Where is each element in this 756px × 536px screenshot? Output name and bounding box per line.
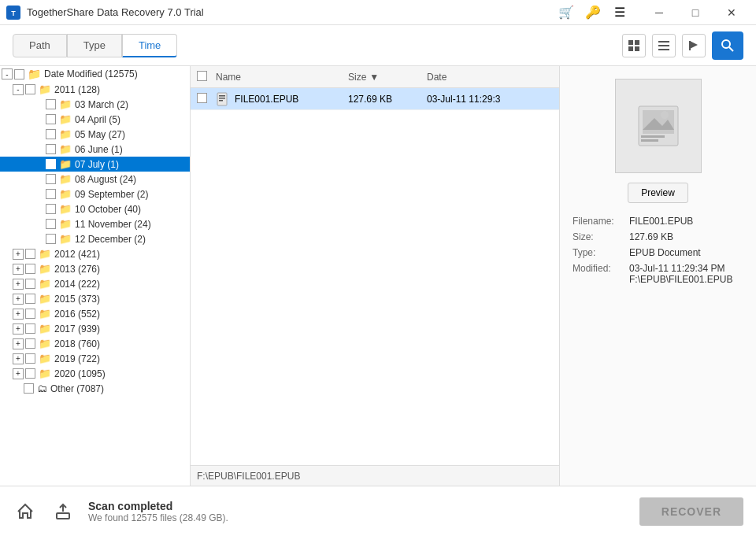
- file-date: 03-Jul-11 11:29:3: [427, 94, 553, 105]
- search-button[interactable]: [712, 31, 743, 60]
- year-checkbox[interactable]: [25, 264, 35, 274]
- year-expand[interactable]: +: [13, 338, 24, 349]
- tree-month-march[interactable]: 📁 03 March (2): [0, 97, 190, 112]
- other-label: Other (7087): [50, 383, 104, 394]
- scan-complete-text: Scan completed: [88, 500, 639, 512]
- year-expand[interactable]: +: [13, 368, 24, 379]
- preview-button[interactable]: Preview: [628, 183, 688, 203]
- month-august-checkbox[interactable]: [46, 174, 56, 184]
- cart-icon[interactable]: 🛒: [558, 4, 575, 21]
- month-september-checkbox[interactable]: [46, 189, 56, 199]
- year-label: 2015 (373): [54, 294, 100, 305]
- year-checkbox[interactable]: [25, 338, 35, 349]
- other-checkbox[interactable]: [24, 383, 34, 394]
- year-2011-expand[interactable]: -: [13, 84, 24, 95]
- tree-year-2016[interactable]: + 📁 2016 (552): [0, 306, 190, 321]
- flag-view-button[interactable]: [682, 34, 706, 57]
- root-folder-icon: 📁: [28, 68, 41, 80]
- tree-year-2014[interactable]: + 📁 2014 (222): [0, 276, 190, 291]
- tab-bar: Path Type Time: [13, 34, 622, 57]
- root-checkbox[interactable]: [14, 69, 24, 79]
- minimize-button[interactable]: ─: [641, 0, 677, 25]
- year-expand[interactable]: +: [13, 353, 24, 364]
- year-expand[interactable]: +: [13, 309, 24, 320]
- file-list-area: Name Size ▼ Date: [191, 66, 559, 486]
- file-name: FILE001.EPUB: [235, 94, 298, 105]
- root-expand[interactable]: -: [2, 68, 13, 79]
- tree-month-december[interactable]: 📁 12 December (2): [0, 231, 190, 246]
- maximize-button[interactable]: □: [677, 0, 713, 25]
- tree-year-2012[interactable]: + 📁 2012 (421): [0, 246, 190, 261]
- modified-value: 03-Jul-11 11:29:34 PM: [629, 263, 732, 274]
- year-folder-icon: 📁: [39, 293, 51, 305]
- year-expand[interactable]: +: [13, 279, 24, 290]
- tree-year-2017[interactable]: + 📁 2017 (939): [0, 321, 190, 336]
- grid-view-button[interactable]: [622, 34, 646, 57]
- tree-month-june[interactable]: 📁 06 June (1): [0, 142, 190, 157]
- year-folder-icon: 📁: [39, 323, 51, 335]
- col-header-date[interactable]: Date: [427, 72, 553, 83]
- meta-size-row: Size: 127.69 KB: [573, 231, 743, 242]
- recover-button[interactable]: RECOVER: [639, 497, 743, 526]
- main-content: Path Type Time: [0, 25, 756, 486]
- year-checkbox[interactable]: [25, 309, 35, 319]
- tab-path[interactable]: Path: [13, 34, 67, 57]
- tree-year-2020[interactable]: + 📁 2020 (1095): [0, 366, 190, 381]
- tree-year-2015[interactable]: + 📁 2015 (373): [0, 291, 190, 306]
- file-row[interactable]: FILE001.EPUB 127.69 KB 03-Jul-11 11:29:3: [191, 88, 559, 110]
- tree-year-2018[interactable]: + 📁 2018 (760): [0, 336, 190, 351]
- year-label: 2020 (1095): [54, 368, 106, 379]
- month-may-checkbox[interactable]: [46, 129, 56, 139]
- file-list-body: FILE001.EPUB 127.69 KB 03-Jul-11 11:29:3: [191, 88, 559, 465]
- svg-rect-3: [635, 40, 639, 45]
- year-label: 2017 (939): [54, 323, 100, 335]
- month-november-checkbox[interactable]: [46, 219, 56, 229]
- settings-icon[interactable]: ☰: [611, 4, 628, 21]
- tree-month-july[interactable]: 📁 07 July (1): [0, 157, 190, 172]
- year-checkbox[interactable]: [25, 294, 35, 304]
- tree-month-october[interactable]: 📁 10 October (40): [0, 201, 190, 216]
- year-2011-checkbox[interactable]: [25, 84, 35, 94]
- month-december-checkbox[interactable]: [46, 234, 56, 244]
- year-expand[interactable]: +: [13, 294, 24, 305]
- month-october-checkbox[interactable]: [46, 204, 56, 214]
- tree-month-august[interactable]: 📁 08 August (24): [0, 172, 190, 187]
- year-checkbox[interactable]: [25, 353, 35, 364]
- tab-type[interactable]: Type: [67, 34, 122, 57]
- month-june-checkbox[interactable]: [46, 144, 56, 154]
- key-icon[interactable]: 🔑: [584, 4, 602, 21]
- year-label: 2016 (552): [54, 309, 100, 320]
- year-checkbox[interactable]: [25, 368, 35, 379]
- tree-year-2019[interactable]: + 📁 2019 (722): [0, 351, 190, 366]
- tree-month-april[interactable]: 📁 04 April (5): [0, 112, 190, 127]
- tree-root[interactable]: - 📁 Date Modified (12575): [0, 66, 190, 82]
- month-april-checkbox[interactable]: [46, 114, 56, 124]
- file-checkbox[interactable]: [197, 93, 216, 105]
- tab-time[interactable]: Time: [122, 34, 177, 57]
- year-checkbox[interactable]: [25, 279, 35, 289]
- home-button[interactable]: [13, 499, 38, 524]
- tree-month-september[interactable]: 📁 09 September (2): [0, 187, 190, 201]
- year-label: 2013 (276): [54, 264, 100, 275]
- year-expand[interactable]: +: [13, 264, 24, 275]
- year-checkbox[interactable]: [25, 249, 35, 259]
- export-button[interactable]: [50, 499, 76, 524]
- month-march-checkbox[interactable]: [46, 99, 56, 109]
- close-button[interactable]: ✕: [713, 0, 750, 25]
- month-march-folder-icon: 📁: [59, 98, 72, 110]
- tree-month-may[interactable]: 📁 05 May (27): [0, 127, 190, 142]
- year-expand[interactable]: +: [13, 249, 24, 260]
- month-july-checkbox[interactable]: [46, 159, 56, 169]
- year-checkbox[interactable]: [25, 323, 35, 334]
- meta-filename-row: Filename: FILE001.EPUB: [573, 216, 743, 227]
- year-expand[interactable]: +: [13, 323, 24, 335]
- tree-year-2013[interactable]: + 📁 2013 (276): [0, 261, 190, 276]
- tree-year-2011[interactable]: - 📁 2011 (128): [0, 82, 190, 97]
- list-view-button[interactable]: [652, 34, 676, 57]
- col-header-name[interactable]: Name: [216, 72, 348, 83]
- tree-month-november[interactable]: 📁 11 November (24): [0, 216, 190, 231]
- tree-other[interactable]: 🗂 Other (7087): [0, 381, 190, 396]
- month-december-folder-icon: 📁: [59, 233, 72, 245]
- year-folder-icon: 📁: [39, 278, 51, 290]
- col-header-size[interactable]: Size ▼: [348, 72, 427, 83]
